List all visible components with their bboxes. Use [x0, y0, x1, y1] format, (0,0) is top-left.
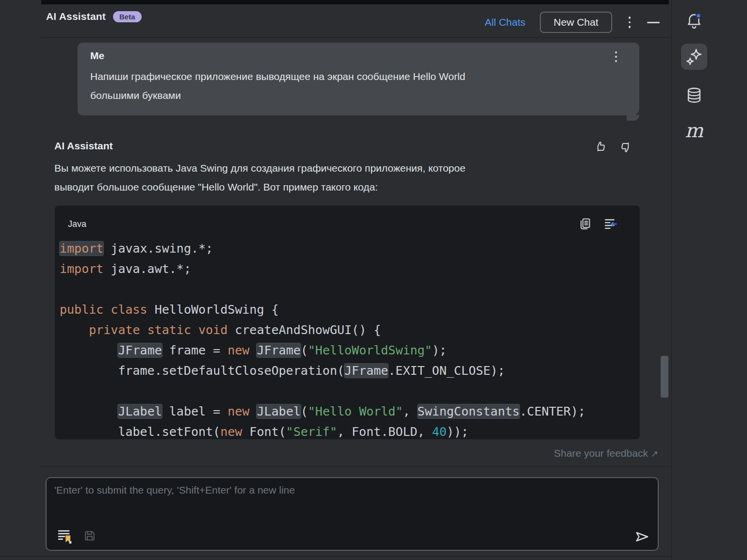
code-line: JFrame frame = new JFrame("HelloWorldSwi… — [60, 340, 640, 361]
code-line: label.setFont(new Font("Serif", Font.BOL… — [60, 422, 640, 439]
code-line: JLabel label = new JLabel("Hello World",… — [60, 401, 640, 422]
ai-message-line: Вы можете использовать Java Swing для со… — [54, 159, 617, 177]
bottom-divider — [0, 556, 747, 557]
ai-assistant-tool-window: AI Assistant Beta All Chats New Chat Me … — [0, 0, 747, 560]
thumbs-down-icon[interactable] — [619, 140, 633, 154]
database-tool-icon[interactable] — [681, 82, 707, 109]
header-actions: All Chats New Chat — [485, 12, 660, 33]
ai-message-text: Вы можете использовать Java Swing для со… — [54, 159, 617, 196]
chat-scrollbar-thumb[interactable] — [661, 356, 668, 398]
code-line — [60, 381, 640, 401]
hide-panel-icon[interactable] — [647, 22, 660, 23]
user-message-line: большими буквами — [90, 86, 624, 105]
save-prompt-icon[interactable] — [82, 528, 97, 543]
ai-message-line: выводит большое сообщение "Hello World".… — [54, 177, 617, 196]
code-line: frame.setDefaultCloseOperation(JFrame.EX… — [60, 361, 640, 381]
header-divider — [41, 37, 670, 38]
ai-message-author: AI Assistant — [54, 140, 113, 152]
panel-title: AI Assistant — [46, 11, 106, 22]
code-content[interactable]: import javax.swing.*;import java.awt.*; … — [60, 239, 640, 439]
code-language-label: Java — [68, 219, 86, 229]
code-block-header: Java — [55, 206, 640, 236]
tool-window-stripe: m — [671, 0, 747, 560]
header-more-options-icon[interactable] — [627, 15, 633, 30]
maven-tool-icon[interactable]: m — [681, 117, 707, 144]
panel-header: AI Assistant Beta — [46, 11, 142, 22]
user-message-text: Напиши графическое приложение выводящее … — [90, 67, 624, 105]
external-link-arrow-icon: ↗ — [651, 449, 658, 459]
message-more-options-icon[interactable] — [613, 49, 619, 64]
send-message-icon[interactable] — [633, 528, 650, 545]
top-edge-bar — [41, 0, 669, 4]
beta-badge: Beta — [113, 11, 142, 22]
thumbs-up-icon[interactable] — [594, 140, 607, 154]
message-rating — [594, 140, 633, 154]
user-message-card: Me Напиши графическое приложение выводящ… — [78, 43, 639, 115]
user-message-author: Me — [90, 50, 104, 62]
code-line: public class HelloWorldSwing { — [60, 300, 640, 320]
share-feedback-link[interactable]: Share your feedback↗ — [41, 448, 658, 459]
code-snippet-block: Java import javax.swing.*;import — [55, 206, 640, 439]
prompt-library-icon[interactable] — [56, 528, 73, 544]
chat-input-placeholder: 'Enter' to submit the query, 'Shift+Ente… — [54, 484, 295, 496]
code-line: import java.awt.*; — [60, 259, 640, 279]
new-chat-button[interactable]: New Chat — [540, 12, 612, 33]
insert-snippet-at-caret-icon[interactable] — [603, 217, 617, 231]
user-message-line: Напиши графическое приложение выводящее … — [90, 67, 624, 86]
share-feedback-label: Share your feedback — [554, 448, 648, 459]
copy-code-icon[interactable] — [578, 217, 592, 231]
code-line — [60, 279, 640, 300]
code-line: import javax.swing.*; — [60, 239, 640, 259]
notifications-bell-icon[interactable] — [681, 8, 707, 34]
input-area-divider — [41, 466, 670, 467]
all-chats-link[interactable]: All Chats — [485, 16, 525, 28]
chat-input[interactable]: 'Enter' to submit the query, 'Shift+Ente… — [46, 477, 659, 551]
code-line: private static void createAndShowGUI() { — [60, 320, 640, 340]
ai-assistant-sparkles-icon[interactable] — [681, 44, 707, 70]
